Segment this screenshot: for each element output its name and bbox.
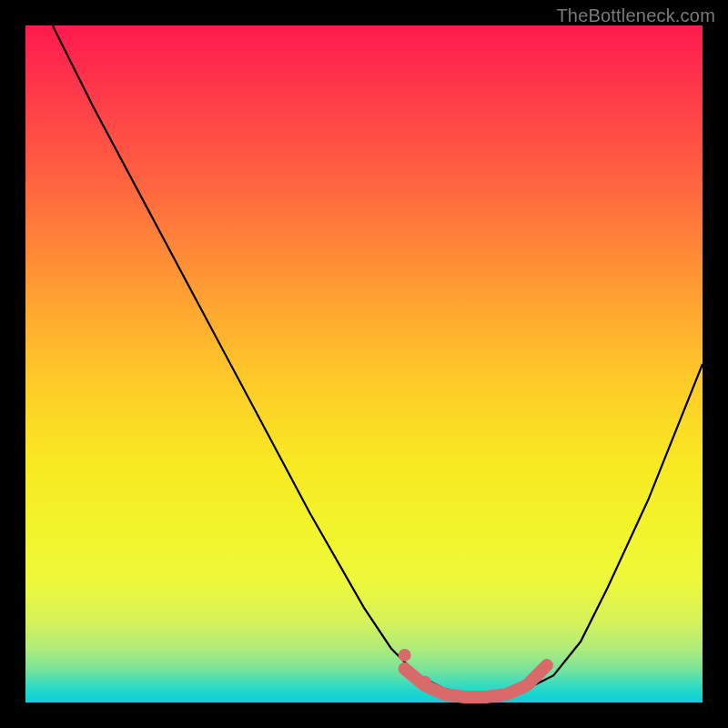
watermark-text: TheBottleneck.com: [556, 5, 715, 26]
optimal-range-dot: [399, 649, 411, 662]
chart-svg: [25, 25, 703, 703]
optimal-range-dot: [419, 676, 431, 689]
chart-plot-area: [25, 25, 703, 703]
bottleneck-curve-line: [53, 25, 703, 696]
